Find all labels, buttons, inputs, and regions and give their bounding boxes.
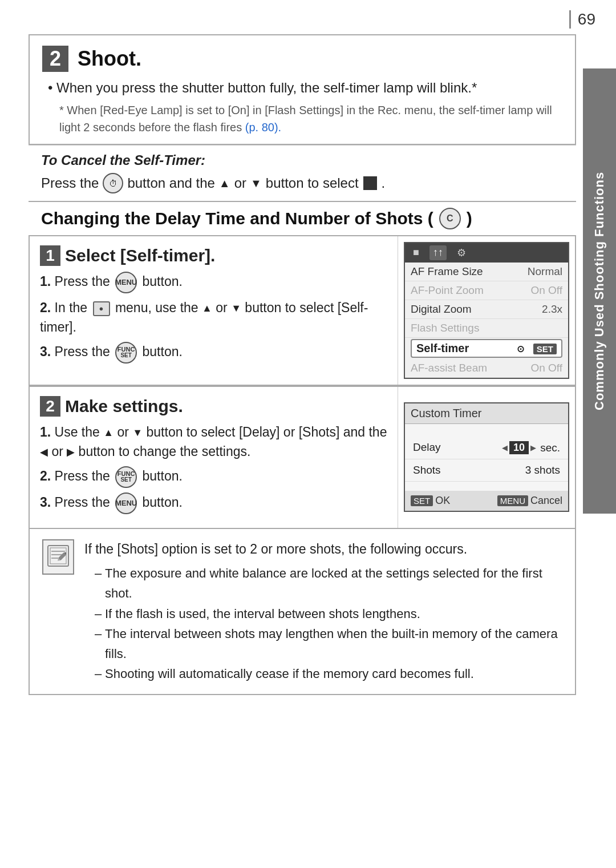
cancel-self-timer-section: To Cancel the Self-Timer: Press the ⏱ bu… bbox=[29, 145, 576, 201]
step2-number: 2 bbox=[40, 396, 60, 417]
sidebar-label: Commonly Used Shooting Functions bbox=[583, 68, 616, 514]
menu-row-af-frame: AF Frame Size Normal bbox=[405, 263, 568, 281]
arrow-left-icon: ◀ bbox=[40, 447, 48, 458]
func-set-button-icon: FUNCSET bbox=[115, 342, 137, 364]
step2-a: 1. Use the ▲ or ▼ button to select [Dela… bbox=[40, 422, 387, 462]
ct-delay-arrow-right: ▶ bbox=[530, 443, 536, 452]
step1-menu-image: ■ ↑↑ ⚙ AF Frame Size Normal AF-Point Zoo… bbox=[398, 236, 575, 385]
step2-header: 2 Make settings. bbox=[40, 396, 387, 417]
arrow-down-3-icon: ▼ bbox=[132, 427, 143, 438]
custom-timer-small-icon: ⊙ bbox=[517, 344, 524, 354]
step1-b: 2. In the ● menu, use the ▲ or ▼ button … bbox=[40, 298, 387, 337]
shoot-footnote: * When [Red-Eye Lamp] is set to [On] in … bbox=[59, 102, 562, 136]
ct-header: Custom Timer bbox=[405, 403, 568, 424]
page-number: 69 bbox=[569, 10, 595, 29]
custom-timer-icon: C bbox=[439, 208, 461, 229]
camera-rec-icon: ● bbox=[93, 301, 110, 316]
big-heading: Changing the Delay Time and Number of Sh… bbox=[29, 201, 576, 236]
step2-left: 2 Make settings. 1. Use the ▲ or ▼ butto… bbox=[30, 387, 398, 528]
note-bullet-2: If the flash is used, the interval betwe… bbox=[95, 604, 562, 624]
shoot-title: Shoot. bbox=[78, 47, 141, 71]
menu-tabs: ■ ↑↑ ⚙ bbox=[405, 243, 568, 263]
ct-delay-num: 10 bbox=[509, 441, 529, 454]
arrow-right-icon: ▶ bbox=[67, 447, 75, 458]
menu-row-af-point: AF-Point Zoom On Off bbox=[405, 281, 568, 300]
note-icon bbox=[42, 539, 74, 575]
arrow-up-3-icon: ▲ bbox=[103, 427, 114, 438]
note-bullet-list: The exposure and white balance are locke… bbox=[84, 563, 562, 684]
menu-row-self-timer: Self-timer ⊙ SET bbox=[407, 339, 566, 358]
arrow-up-icon: ▲ bbox=[219, 173, 230, 193]
stop-icon bbox=[363, 176, 377, 190]
big-heading-text: Changing the Delay Time and Number of Sh… bbox=[41, 209, 433, 228]
ct-footer-cancel: MENUCancel bbox=[497, 495, 562, 507]
ct-row-shots: Shots 3 shots bbox=[405, 459, 568, 482]
step2-timer-image: Custom Timer Delay ◀ 10 ▶ sec. Shots 3 s… bbox=[398, 387, 575, 528]
self-timer-button-icon: ⏱ bbox=[103, 173, 123, 193]
func-set-button-2-icon: FUNCSET bbox=[115, 466, 137, 488]
note-bullet-3: The interval between shots may lengthen … bbox=[95, 624, 562, 664]
note-bullet-1: The exposure and white balance are locke… bbox=[95, 563, 562, 603]
arrow-down-2-icon: ▼ bbox=[231, 302, 241, 314]
note-bullet-4: Shooting will automatically cease if the… bbox=[95, 664, 562, 684]
shoot-bullet: • When you press the shutter button full… bbox=[48, 78, 562, 98]
custom-timer-screenshot: Custom Timer Delay ◀ 10 ▶ sec. Shots 3 s… bbox=[404, 402, 569, 512]
section-shoot: 2 Shoot. • When you press the shutter bu… bbox=[29, 34, 576, 145]
note-content: If the [Shots] option is set to 2 or mor… bbox=[84, 539, 562, 684]
step2-section: 2 Make settings. 1. Use the ▲ or ▼ butto… bbox=[29, 386, 576, 529]
note-main-text: If the [Shots] option is set to 2 or mor… bbox=[84, 539, 562, 559]
main-content: 2 Shoot. • When you press the shutter bu… bbox=[29, 34, 576, 845]
step2-c: 3. Press the MENU button. bbox=[40, 492, 387, 514]
menu-tab-settings: ↑↑ bbox=[429, 245, 447, 260]
set-badge: SET bbox=[533, 344, 557, 354]
note-pencil-icon bbox=[47, 544, 70, 570]
step1-section: 1 Select [Self-timer]. 1. Press the MENU… bbox=[29, 236, 576, 386]
menu-button-icon: MENU bbox=[115, 272, 137, 293]
menu-row-digital-zoom: Digital Zoom 2.3x bbox=[405, 300, 568, 319]
ct-footer: SETOK MENUCancel bbox=[405, 491, 568, 511]
ct-delay-value: ◀ 10 ▶ sec. bbox=[502, 441, 560, 454]
step1-header: 1 Select [Self-timer]. bbox=[40, 245, 387, 266]
menu-tab-cam: ■ bbox=[410, 245, 423, 260]
ct-shots-value: 3 shots bbox=[525, 464, 560, 477]
step1-title: Select [Self-timer]. bbox=[65, 246, 215, 265]
step2-title: Make settings. bbox=[65, 397, 183, 416]
step1-left: 1 Select [Self-timer]. 1. Press the MENU… bbox=[30, 236, 398, 385]
step-2-number: 2 bbox=[42, 46, 68, 72]
ct-row-delay: Delay ◀ 10 ▶ sec. bbox=[405, 437, 568, 459]
menu-tab-gear: ⚙ bbox=[453, 245, 469, 260]
step1-c: 3. Press the FUNCSET button. bbox=[40, 342, 387, 364]
step1-a: 1. Press the MENU button. bbox=[40, 272, 387, 293]
big-heading-close: ) bbox=[467, 209, 472, 228]
set-ok-badge: SET bbox=[411, 495, 433, 506]
section-shoot-header: 2 Shoot. bbox=[42, 46, 562, 72]
arrow-down-icon: ▼ bbox=[250, 173, 262, 193]
menu-cancel-badge: MENU bbox=[497, 495, 528, 506]
cancel-title: To Cancel the Self-Timer: bbox=[41, 152, 564, 168]
footnote-link: (p. 80). bbox=[245, 121, 281, 134]
menu-button-2-icon: MENU bbox=[115, 492, 137, 514]
menu-row-flash-settings: Flash Settings bbox=[405, 319, 568, 338]
menu-screenshot: ■ ↑↑ ⚙ AF Frame Size Normal AF-Point Zoo… bbox=[404, 242, 569, 379]
step1-number: 1 bbox=[40, 245, 60, 266]
svg-rect-0 bbox=[48, 546, 68, 566]
ct-footer-ok: SETOK bbox=[411, 495, 450, 507]
ct-delay-unit: sec. bbox=[540, 442, 560, 454]
note-section: If the [Shots] option is set to 2 or mor… bbox=[29, 529, 576, 696]
ct-delay-arrow-left: ◀ bbox=[502, 443, 508, 452]
arrow-up-2-icon: ▲ bbox=[202, 302, 212, 314]
cancel-body: Press the ⏱ button and the ▲ or ▼ button… bbox=[41, 172, 564, 195]
menu-row-af-assist: AF-assist Beam On Off bbox=[405, 359, 568, 378]
step2-b: 2. Press the FUNCSET button. bbox=[40, 466, 387, 488]
